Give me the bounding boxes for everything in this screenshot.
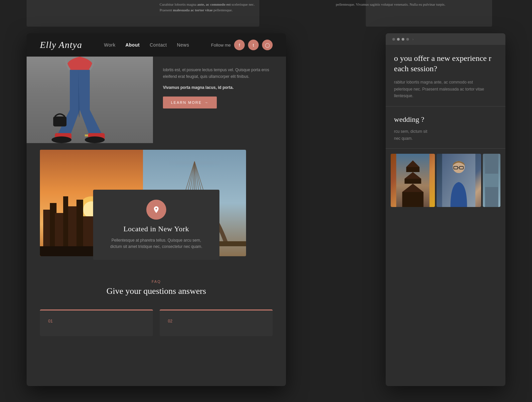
photo-thumb-partial (483, 154, 500, 207)
facebook-icon[interactable]: f (234, 40, 245, 50)
faq-card-1: 01 (40, 309, 153, 336)
svg-point-3 (85, 136, 105, 143)
location-title: Located in New York (106, 225, 206, 233)
partial-photo-svg (483, 154, 500, 207)
faq-label: FAQ (40, 280, 273, 284)
right-question-section-2: wedding ? rcu sem, dictum sit nec quam. (386, 106, 505, 149)
photo-thumb-temple (391, 154, 435, 207)
navbar: Elly Antya Work About Contact News Follo… (27, 33, 286, 57)
right-question-1-body: rabitur lobortis magna ante, ac commodo … (394, 79, 497, 99)
faq-title: Give your questions answers (40, 286, 273, 296)
follow-me-section: Follow me f t ◯ (211, 40, 273, 50)
nav-link-about[interactable]: About (125, 42, 140, 48)
hero-photo (27, 57, 153, 143)
right-question-section-1: o you offer a new experience r each sess… (386, 45, 505, 106)
nav-link-news[interactable]: News (177, 42, 189, 48)
dots-bar: › (386, 33, 505, 45)
learn-more-button[interactable]: LEARN MORE → (163, 97, 217, 108)
hero-body-text-bold: Vivamus porta magna lacus, id porta. (163, 85, 276, 90)
learn-more-arrow: → (204, 100, 209, 104)
location-card: Located in New York Pellentesque at phar… (93, 190, 219, 260)
main-browser-window: Elly Antya Work About Contact News Follo… (27, 33, 286, 386)
follow-me-label: Follow me (211, 43, 231, 48)
temple-svg (391, 154, 435, 207)
dot-4[interactable] (406, 38, 409, 41)
right-panel: › o you offer a new experience r each se… (386, 33, 505, 386)
right-body-2-text-2: nec quam. (394, 136, 413, 141)
topleft-text3: pellentesque. (212, 8, 232, 12)
nav-item-news[interactable]: News (177, 42, 189, 48)
twitter-icon[interactable]: t (248, 40, 259, 50)
svg-rect-4 (53, 116, 66, 126)
topleft-text: Curabitur lobortis magna (160, 2, 197, 6)
nav-link-contact[interactable]: Contact (150, 42, 167, 48)
photo-thumb-person (437, 154, 481, 207)
dot-3[interactable] (402, 38, 404, 41)
city-section: Located in New York Pellentesque at phar… (27, 150, 286, 270)
photo-gallery (386, 149, 505, 212)
hero-section: lobrtis est, et posuere lectus tempus ve… (27, 57, 286, 143)
person-silhouette (33, 57, 140, 143)
pin-icon (152, 206, 160, 214)
learn-more-label: LEARN MORE (171, 100, 202, 104)
svg-rect-39 (402, 192, 424, 207)
nav-links: Work About Contact News (104, 42, 189, 48)
nav-item-contact[interactable]: Contact (150, 42, 167, 48)
location-icon (146, 200, 166, 220)
faq-section: FAQ Give your questions answers (27, 270, 286, 309)
svg-rect-46 (485, 174, 498, 187)
nav-item-about[interactable]: About (125, 42, 140, 48)
right-body-text-1: rabitur lobortis magna ante, ac commodo … (394, 80, 473, 85)
dot-1[interactable] (392, 38, 395, 41)
location-description: Pellentesque at pharetra tellus. Quisque… (106, 237, 206, 250)
bg-card-topright-text: pellentesque. Vivamus sagittis volutpat … (336, 2, 449, 7)
right-question-2-title: wedding ? (394, 115, 497, 124)
right-body-2-text-1: rcu sem, dictum sit (394, 129, 427, 134)
right-question-1-title: o you offer a new experience r each sess… (394, 53, 497, 74)
hero-body-text: lobrtis est, et posuere lectus tempus ve… (163, 67, 276, 80)
faq-card-2: 02 (160, 309, 273, 336)
svg-point-2 (52, 136, 71, 143)
dot-2[interactable] (397, 38, 400, 41)
hero-text-area: lobrtis est, et posuere lectus tempus ve… (153, 57, 286, 143)
topleft-bold2: malesuada ac tortor vitae (173, 8, 212, 12)
svg-rect-37 (405, 179, 421, 184)
nav-link-work[interactable]: Work (104, 42, 115, 48)
right-body-text-3: llentesque. (394, 94, 413, 98)
faq-card-2-number: 02 (168, 319, 264, 323)
faq-card-1-number: 01 (48, 319, 145, 323)
dots-arrow[interactable]: › (412, 37, 414, 42)
right-question-2-body: rcu sem, dictum sit nec quam. (394, 128, 497, 142)
bg-card-topleft-text: Curabitur lobortis magna ante, ac commod… (160, 2, 259, 13)
right-body-text-2: pelerisque nec. Praesent malesuada ac to… (394, 87, 484, 92)
person-photo-svg (437, 154, 481, 207)
bg-card-topleft: Curabitur lobortis magna ante, ac commod… (27, 0, 259, 27)
brand-logo[interactable]: Elly Antya (40, 40, 82, 50)
topleft-bold1: ante, ac commodo est (197, 2, 230, 6)
bg-card-topright: pellentesque. Vivamus sagittis volutpat … (366, 0, 492, 27)
nav-item-work[interactable]: Work (104, 42, 115, 48)
svg-rect-35 (406, 167, 420, 172)
faq-cards: 01 02 (27, 309, 286, 343)
instagram-icon[interactable]: ◯ (262, 40, 273, 50)
